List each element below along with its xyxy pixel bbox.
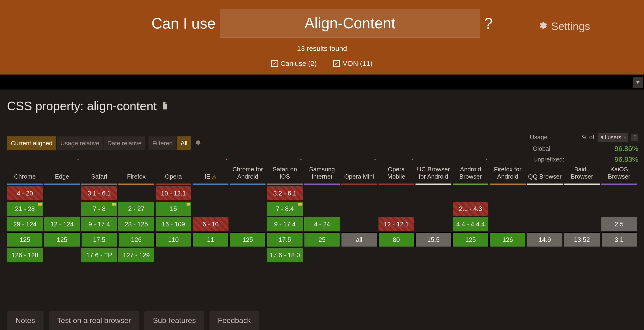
browser-column[interactable]: Opera Mini* [341,157,377,185]
browser-column[interactable]: UC Browser for Android [416,157,451,185]
version-cell[interactable]: 17.6 - TP [81,248,117,262]
browser-column[interactable]: Samsung Internet [304,157,340,185]
browser-name: Android Browser [453,157,488,182]
version-cell[interactable]: 16 - 109 [156,217,191,231]
version-cell [564,186,600,200]
browser-column[interactable]: Android Browser* [453,157,488,185]
usage-help[interactable]: ? [631,134,638,141]
version-cell[interactable]: 17.6 - 18.0 [267,248,302,262]
subfeatures-tab[interactable]: Sub-features [144,311,204,330]
version-cell[interactable]: all [341,233,377,247]
document-icon[interactable] [162,102,168,110]
version-cell[interactable]: 125 [44,233,80,247]
version-cell [44,186,80,200]
version-cell[interactable]: 9 - 17.4 [81,217,117,231]
notes-tab[interactable]: Notes [7,311,44,330]
version-cell[interactable]: 80 [378,233,414,247]
version-cell [601,248,637,262]
browser-column[interactable]: Safari on iOS* [267,157,302,185]
content: CSS property: align-content Usage % of a… [0,90,644,262]
caniuse-checkbox[interactable]: ✓ Caniuse (2) [272,60,316,68]
view-settings-button[interactable] [194,140,200,147]
usage-relative-button[interactable]: Usage relative [57,136,103,150]
version-cell[interactable]: 2 - 27 [118,202,154,216]
version-cell[interactable]: 127 - 129 [118,248,154,262]
version-cell[interactable]: 15 [156,202,191,216]
usage-scope-select[interactable]: all users [598,133,628,142]
version-cell[interactable]: 126 - 128 [7,248,43,262]
note-star-icon: * [374,158,376,163]
version-cell [490,217,526,231]
version-cell[interactable]: 2.1 - 4.3 [453,202,488,216]
version-cell[interactable]: 9 - 17.4 [267,217,302,231]
version-cell[interactable]: 4.4 - 4.4.4 [453,217,488,231]
version-cell[interactable]: 10 - 12.1 [156,186,191,200]
gear-icon [538,20,547,32]
version-cell[interactable]: 7 - 8.4 [267,202,302,216]
version-cell[interactable]: 125 [7,233,43,247]
browser-column[interactable]: KaiOS Browser [601,157,637,185]
version-cell [304,248,340,262]
current-aligned-button[interactable]: Current aligned [7,136,56,150]
browser-underline [193,184,228,185]
browser-column[interactable]: Edge* [44,157,80,185]
version-cell[interactable]: 6 - 10 [193,217,228,231]
browser-header-row: ChromeEdge*SafariFirefoxOperaIE⚠*Chrome … [7,157,637,185]
global-pct: 96.86% [614,144,638,152]
version-cell[interactable]: 125 [230,233,266,247]
browser-column[interactable]: Firefox for Android [490,157,526,185]
test-tab[interactable]: Test on a real browser [49,311,140,330]
filter-button[interactable] [633,77,643,88]
version-cell[interactable]: 17.5 [267,233,302,247]
feedback-tab[interactable]: Feedback [210,311,260,330]
version-cell[interactable]: 14.9 [527,233,563,247]
version-cell[interactable]: 3.2 - 6.1 [267,186,302,200]
browser-name: Chrome for Android [230,157,266,182]
browser-column[interactable]: Safari [81,157,117,185]
version-cell[interactable]: 12 - 124 [44,217,80,231]
version-cell[interactable]: 11 [193,233,228,247]
version-cell[interactable]: 29 - 124 [7,217,43,231]
search-input[interactable] [220,10,480,38]
browser-column[interactable]: Opera Mobile* [378,157,414,185]
browser-underline [118,184,154,185]
browser-column[interactable]: IE⚠* [193,157,228,185]
version-cell [341,186,377,200]
version-cell[interactable]: 3.1 [601,233,637,247]
version-cell [601,186,637,200]
browser-column[interactable]: Chrome for Android [230,157,266,185]
version-cell [193,202,228,216]
browser-underline [81,184,117,185]
checkbox-icon: ✓ [272,60,278,67]
browser-column[interactable]: Chrome [7,157,43,185]
version-cell[interactable]: 21 - 28 [7,202,43,216]
version-cell [453,248,488,262]
version-cell[interactable]: 110 [156,233,191,247]
filtered-button[interactable]: Filtered [148,136,176,150]
settings-link[interactable]: Settings [538,20,590,32]
version-cell[interactable]: 125 [453,233,488,247]
version-cell[interactable]: 4 - 20 [7,186,43,200]
version-cell[interactable]: 25 [304,233,340,247]
version-cell[interactable]: 28 - 125 [118,217,154,231]
version-cell[interactable]: 126 [118,233,154,247]
version-cell[interactable]: 12 - 12.1 [378,217,414,231]
version-cell[interactable]: 15.5 [416,233,451,247]
version-row: 29 - 12412 - 1249 - 17.428 - 12516 - 109… [7,217,637,231]
mdn-checkbox[interactable]: ✓ MDN (11) [333,60,372,68]
all-button[interactable]: All [177,136,191,150]
date-relative-button[interactable]: Date relative [104,136,145,150]
browser-column[interactable]: Baidu Browser [564,157,600,185]
header: Can I use ? Settings 13 results found ✓ … [0,0,644,74]
version-cell[interactable]: 13.52 [564,233,600,247]
browser-column[interactable]: Opera [156,157,191,185]
version-cell[interactable]: 17.5 [81,233,117,247]
version-cell[interactable]: 4 - 24 [304,217,340,231]
version-cell[interactable]: 2.5 [601,217,637,231]
browser-column[interactable]: Firefox [118,157,154,185]
browser-column[interactable]: QQ Browser [527,157,563,185]
version-cell[interactable]: 3.1 - 6.1 [81,186,117,200]
browser-name: Safari on iOS [267,157,302,182]
version-cell[interactable]: 126 [490,233,526,247]
version-cell[interactable]: 7 - 8 [81,202,117,216]
